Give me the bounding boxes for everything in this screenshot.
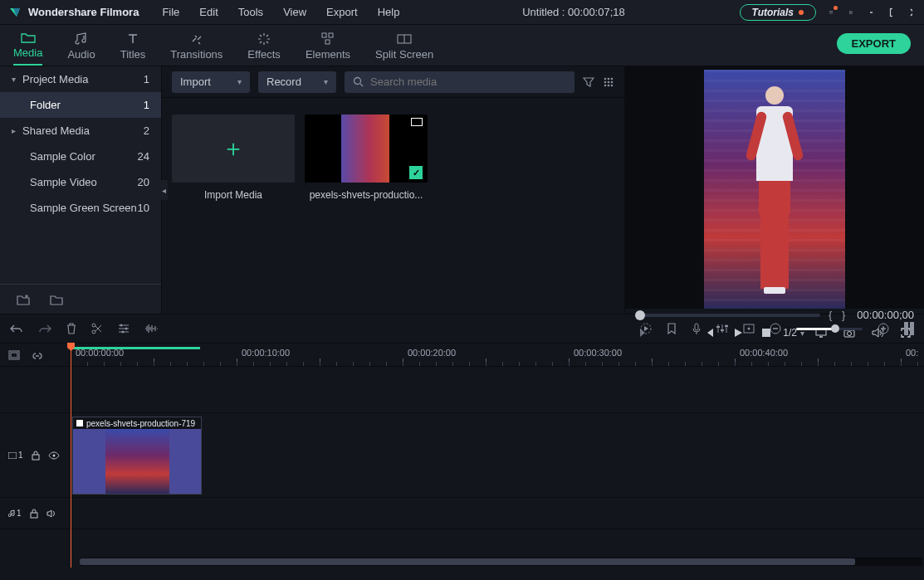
sidebar-collapse-handle[interactable]: ◂ bbox=[159, 180, 168, 200]
marker-button[interactable] bbox=[667, 323, 677, 334]
speaker-icon[interactable] bbox=[46, 509, 56, 518]
sidebar-item-label: Sample Color bbox=[30, 150, 95, 163]
media-clip-card[interactable]: ✓ pexels-shvets-productio... bbox=[305, 115, 428, 201]
tab-label: Transitions bbox=[170, 48, 222, 61]
zoom-in-button[interactable] bbox=[878, 323, 889, 334]
link-toggle-button[interactable] bbox=[32, 350, 43, 360]
import-media-card[interactable]: ＋ Import Media bbox=[172, 115, 295, 201]
split-button[interactable] bbox=[91, 323, 103, 334]
undo-button[interactable] bbox=[10, 324, 23, 334]
record-dropdown[interactable]: Record▾ bbox=[258, 71, 336, 93]
svg-rect-34 bbox=[716, 326, 720, 328]
menubar: File Edit Tools View Export Help bbox=[154, 2, 408, 22]
ruler-tick-label: 00:00:40:00 bbox=[740, 348, 788, 358]
window-close-button[interactable] bbox=[906, 7, 916, 17]
sidebar-item-label: Project Media bbox=[22, 73, 88, 85]
app-logo-icon bbox=[8, 6, 22, 19]
timeline-video-track[interactable]: 1 pexels-shvets-production-719 bbox=[0, 413, 924, 498]
timeline-scrollbar[interactable] bbox=[80, 558, 922, 566]
tab-split-screen[interactable]: Split Screen bbox=[375, 32, 433, 66]
menu-export[interactable]: Export bbox=[318, 2, 366, 22]
category-tabs: Media Audio Titles Transitions Effects E… bbox=[0, 25, 924, 66]
ruler-tick-label: 00:00:20:00 bbox=[408, 348, 456, 358]
grid-view-icon[interactable] bbox=[603, 76, 614, 88]
menu-file[interactable]: File bbox=[154, 2, 188, 22]
svg-point-15 bbox=[604, 80, 607, 83]
timeline: 00:00:00:00 00:00:10:00 00:00:20:00 00:0… bbox=[0, 344, 924, 568]
window-maximize-button[interactable] bbox=[886, 7, 896, 17]
ruler-tick-label: 00:00:30:00 bbox=[574, 348, 622, 358]
svg-rect-7 bbox=[325, 40, 330, 44]
sidebar-item-count: 1 bbox=[144, 99, 149, 111]
split-screen-icon bbox=[397, 32, 412, 46]
preview-pane: { } 00:00:00;00 1/2▾ bbox=[625, 66, 924, 314]
preview-canvas[interactable] bbox=[625, 66, 924, 309]
new-folder-icon[interactable] bbox=[17, 294, 30, 305]
folder-icon[interactable] bbox=[50, 294, 63, 305]
render-button[interactable] bbox=[640, 323, 652, 334]
preview-scrubber[interactable] bbox=[635, 314, 820, 317]
audio-wave-button[interactable] bbox=[144, 324, 158, 334]
tab-titles[interactable]: Titles bbox=[120, 32, 146, 66]
tab-transitions[interactable]: Transitions bbox=[170, 32, 222, 66]
redo-button[interactable] bbox=[38, 324, 51, 334]
zoom-slider[interactable] bbox=[796, 328, 863, 330]
tab-audio[interactable]: Audio bbox=[67, 32, 95, 66]
timeline-audio-track[interactable]: 1 bbox=[0, 498, 924, 529]
delete-button[interactable] bbox=[66, 323, 76, 334]
clip-title: pexels-shvets-production-719 bbox=[86, 419, 195, 428]
menu-view[interactable]: View bbox=[275, 2, 315, 22]
sidebar-item-count: 2 bbox=[144, 124, 149, 137]
zoom-out-button[interactable] bbox=[770, 323, 781, 334]
elements-icon bbox=[321, 32, 335, 46]
scrubber-handle[interactable] bbox=[635, 310, 645, 320]
tab-label: Effects bbox=[247, 48, 281, 61]
search-input[interactable] bbox=[370, 76, 566, 88]
task-list-icon[interactable] bbox=[846, 7, 856, 17]
eye-icon[interactable] bbox=[48, 451, 60, 460]
chevron-down-icon: ▾ bbox=[237, 77, 242, 86]
svg-point-12 bbox=[604, 77, 607, 80]
tab-effects[interactable]: Effects bbox=[247, 32, 281, 66]
svg-point-13 bbox=[608, 77, 610, 80]
mixer-button[interactable] bbox=[716, 324, 728, 334]
preview-frame bbox=[704, 70, 845, 309]
filter-icon[interactable] bbox=[583, 76, 594, 88]
sidebar-item-sample-color[interactable]: Sample Color 24 bbox=[0, 144, 161, 169]
tab-elements[interactable]: Elements bbox=[306, 32, 350, 66]
tutorials-button[interactable]: Tutorials bbox=[740, 4, 816, 21]
text-icon bbox=[127, 32, 139, 46]
effects-icon bbox=[257, 32, 271, 46]
sidebar-item-shared-media[interactable]: ▸Shared Media 2 bbox=[0, 118, 161, 144]
sidebar-item-sample-green-screen[interactable]: Sample Green Screen 10 bbox=[0, 195, 161, 221]
menu-help[interactable]: Help bbox=[369, 2, 408, 22]
sidebar-item-folder[interactable]: Folder 1 bbox=[0, 92, 161, 118]
in-out-braces[interactable]: { } bbox=[829, 309, 848, 321]
menu-tools[interactable]: Tools bbox=[230, 2, 271, 22]
search-box[interactable] bbox=[345, 71, 574, 93]
timeline-clip[interactable]: pexels-shvets-production-719 bbox=[72, 417, 202, 495]
zoom-slider-handle[interactable] bbox=[831, 324, 839, 333]
dropdown-label: Record bbox=[266, 76, 301, 88]
timeline-ruler[interactable]: 00:00:00:00 00:00:10:00 00:00:20:00 00:0… bbox=[71, 344, 924, 366]
sidebar-item-sample-video[interactable]: Sample Video 20 bbox=[0, 169, 161, 195]
sidebar-item-project-media[interactable]: ▾Project Media 1 bbox=[0, 66, 161, 92]
scrollbar-thumb[interactable] bbox=[80, 558, 855, 565]
track-manager-button[interactable] bbox=[8, 350, 20, 360]
lock-icon[interactable] bbox=[32, 451, 40, 461]
menu-edit[interactable]: Edit bbox=[191, 2, 226, 22]
window-minimize-button[interactable] bbox=[866, 7, 876, 17]
svg-rect-33 bbox=[695, 324, 698, 330]
media-card-label: Import Media bbox=[204, 189, 262, 201]
playhead[interactable] bbox=[71, 344, 71, 568]
voiceover-button[interactable] bbox=[692, 323, 702, 334]
crop-button[interactable] bbox=[743, 324, 755, 334]
import-dropdown[interactable]: Import▾ bbox=[172, 71, 250, 93]
zoom-fit-button[interactable] bbox=[904, 322, 914, 335]
export-button[interactable]: EXPORT bbox=[837, 33, 911, 54]
svg-point-29 bbox=[120, 324, 123, 327]
messages-icon[interactable] bbox=[826, 7, 836, 17]
lock-icon[interactable] bbox=[30, 509, 38, 519]
adjust-button[interactable] bbox=[118, 324, 130, 334]
tab-media[interactable]: Media bbox=[13, 30, 42, 66]
